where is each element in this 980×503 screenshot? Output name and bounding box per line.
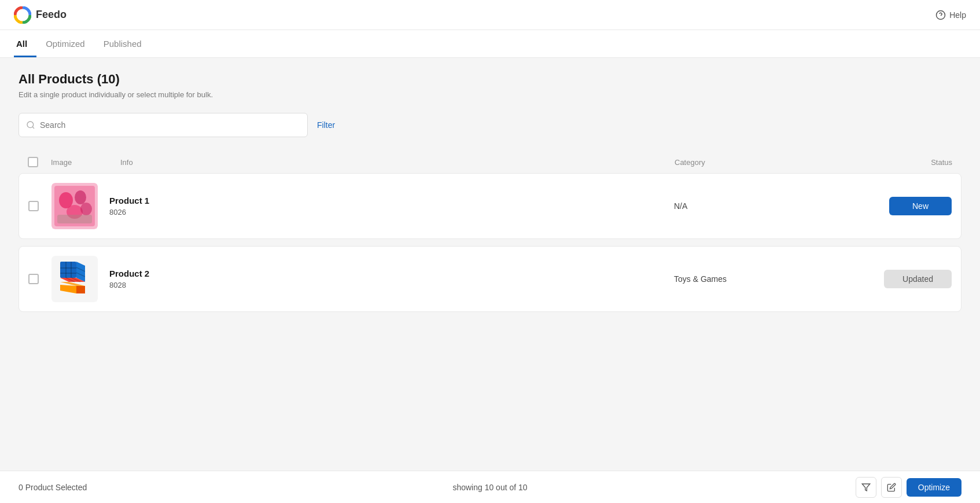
search-box <box>19 113 308 137</box>
page-title: All Products (10) <box>19 72 961 87</box>
tab-optimized[interactable]: Optimized <box>43 39 94 57</box>
header-category-col: Category <box>675 158 837 167</box>
status-badge-updated-2: Updated <box>884 270 952 288</box>
product-image-2 <box>51 256 98 302</box>
svg-line-4 <box>32 127 34 128</box>
product-sku-1: 8026 <box>109 208 674 216</box>
row-check-col <box>28 201 51 211</box>
svg-rect-16 <box>65 262 67 278</box>
svg-rect-13 <box>60 262 76 278</box>
product-name-1: Product 1 <box>109 196 674 205</box>
table-header: Image Info Category Status <box>19 151 961 173</box>
select-all-checkbox[interactable] <box>28 157 38 167</box>
product-category-1: N/A <box>674 201 836 211</box>
search-filter-row: Filter <box>19 113 961 137</box>
product-status-1: New <box>836 197 952 215</box>
products-table: Image Info Category Status <box>19 151 961 312</box>
header-info-col: Info <box>120 158 675 167</box>
feedo-logo-icon <box>14 6 31 24</box>
product-status-2: Updated <box>836 270 952 288</box>
app-header: Feedo Help <box>0 0 980 30</box>
header-status-col: Status <box>837 158 952 167</box>
product-info-2: Product 2 8028 <box>109 269 674 289</box>
tab-published[interactable]: Published <box>101 39 151 57</box>
help-icon <box>935 10 946 20</box>
svg-rect-15 <box>60 273 76 274</box>
svg-rect-11 <box>57 215 92 223</box>
svg-point-8 <box>75 190 86 204</box>
main-content: All Products (10) Edit a single product … <box>0 58 980 471</box>
table-row[interactable]: Product 2 8028 Toys & Games Updated <box>19 246 961 312</box>
app-name: Feedo <box>36 9 67 21</box>
svg-point-10 <box>80 203 92 215</box>
svg-point-3 <box>27 122 34 128</box>
product-sku-2: 8028 <box>109 281 674 289</box>
product-checkbox-2[interactable] <box>28 274 39 284</box>
svg-rect-17 <box>71 262 72 278</box>
product-category-2: Toys & Games <box>674 274 836 284</box>
product-checkbox-1[interactable] <box>28 201 39 211</box>
header-image-col: Image <box>51 158 120 167</box>
search-icon <box>26 120 35 130</box>
product-image-1 <box>51 183 98 229</box>
search-input[interactable] <box>40 120 300 130</box>
product-info-1: Product 1 8026 <box>109 196 674 216</box>
product-name-2: Product 2 <box>109 269 674 278</box>
header-check-col <box>28 157 51 167</box>
logo-container: Feedo <box>14 6 67 24</box>
page-subtitle: Edit a single product individually or se… <box>19 90 961 99</box>
help-button[interactable]: Help <box>935 10 966 20</box>
filter-link[interactable]: Filter <box>317 120 335 130</box>
row-check-col <box>28 274 51 284</box>
tabs-bar: All Optimized Published <box>0 30 980 58</box>
table-row[interactable]: Product 1 8026 N/A New <box>19 173 961 239</box>
tab-all[interactable]: All <box>14 39 36 57</box>
status-badge-new-1: New <box>889 197 952 215</box>
svg-rect-14 <box>60 267 76 269</box>
help-label: Help <box>949 10 966 20</box>
